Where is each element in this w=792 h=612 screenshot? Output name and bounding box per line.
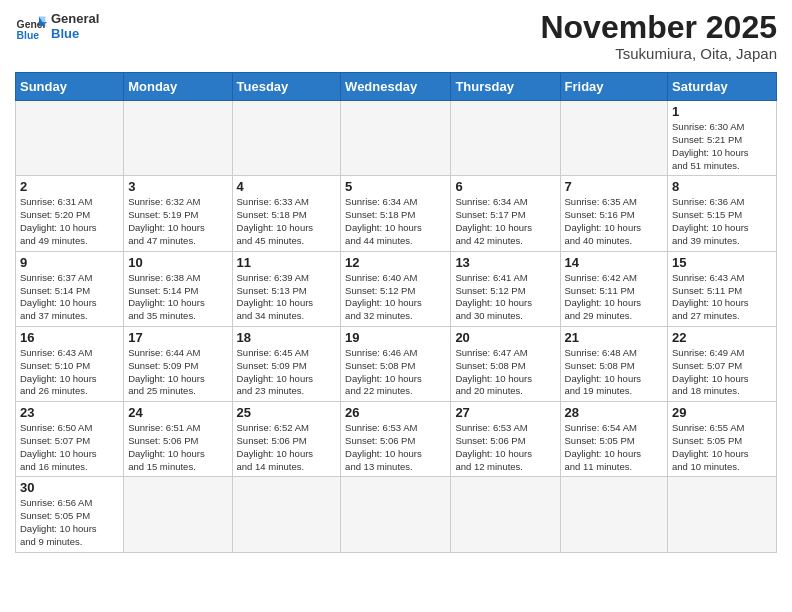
day-info: Sunrise: 6:54 AM Sunset: 5:05 PM Dayligh… [565, 422, 664, 473]
calendar-cell: 9Sunrise: 6:37 AM Sunset: 5:14 PM Daylig… [16, 251, 124, 326]
day-info: Sunrise: 6:43 AM Sunset: 5:11 PM Dayligh… [672, 272, 772, 323]
calendar-cell: 28Sunrise: 6:54 AM Sunset: 5:05 PM Dayli… [560, 402, 668, 477]
calendar-week-row: 1Sunrise: 6:30 AM Sunset: 5:21 PM Daylig… [16, 101, 777, 176]
day-number: 21 [565, 330, 664, 345]
day-number: 15 [672, 255, 772, 270]
day-info: Sunrise: 6:34 AM Sunset: 5:18 PM Dayligh… [345, 196, 446, 247]
day-info: Sunrise: 6:50 AM Sunset: 5:07 PM Dayligh… [20, 422, 119, 473]
day-number: 10 [128, 255, 227, 270]
logo-general-text: General [51, 11, 99, 26]
day-number: 28 [565, 405, 664, 420]
calendar-cell: 3Sunrise: 6:32 AM Sunset: 5:19 PM Daylig… [124, 176, 232, 251]
calendar-cell [451, 477, 560, 552]
day-info: Sunrise: 6:36 AM Sunset: 5:15 PM Dayligh… [672, 196, 772, 247]
day-info: Sunrise: 6:40 AM Sunset: 5:12 PM Dayligh… [345, 272, 446, 323]
calendar-table: SundayMondayTuesdayWednesdayThursdayFrid… [15, 72, 777, 553]
calendar-cell: 5Sunrise: 6:34 AM Sunset: 5:18 PM Daylig… [341, 176, 451, 251]
day-number: 14 [565, 255, 664, 270]
weekday-header-friday: Friday [560, 73, 668, 101]
day-info: Sunrise: 6:30 AM Sunset: 5:21 PM Dayligh… [672, 121, 772, 172]
calendar-cell [16, 101, 124, 176]
day-number: 22 [672, 330, 772, 345]
calendar-cell: 11Sunrise: 6:39 AM Sunset: 5:13 PM Dayli… [232, 251, 341, 326]
title-block: November 2025 Tsukumiura, Oita, Japan [540, 10, 777, 62]
calendar-cell [232, 101, 341, 176]
calendar-week-row: 23Sunrise: 6:50 AM Sunset: 5:07 PM Dayli… [16, 402, 777, 477]
weekday-header-row: SundayMondayTuesdayWednesdayThursdayFrid… [16, 73, 777, 101]
day-number: 9 [20, 255, 119, 270]
day-number: 24 [128, 405, 227, 420]
day-info: Sunrise: 6:47 AM Sunset: 5:08 PM Dayligh… [455, 347, 555, 398]
day-number: 16 [20, 330, 119, 345]
calendar-cell: 20Sunrise: 6:47 AM Sunset: 5:08 PM Dayli… [451, 326, 560, 401]
logo-icon: General Blue [15, 10, 47, 42]
svg-text:Blue: Blue [17, 30, 40, 41]
calendar-cell: 22Sunrise: 6:49 AM Sunset: 5:07 PM Dayli… [668, 326, 777, 401]
logo-blue-text: Blue [51, 26, 99, 41]
day-info: Sunrise: 6:39 AM Sunset: 5:13 PM Dayligh… [237, 272, 337, 323]
day-number: 6 [455, 179, 555, 194]
weekday-header-thursday: Thursday [451, 73, 560, 101]
calendar-cell [451, 101, 560, 176]
header: General Blue General Blue November 2025 … [15, 10, 777, 62]
calendar-cell: 25Sunrise: 6:52 AM Sunset: 5:06 PM Dayli… [232, 402, 341, 477]
day-number: 8 [672, 179, 772, 194]
day-number: 18 [237, 330, 337, 345]
day-info: Sunrise: 6:52 AM Sunset: 5:06 PM Dayligh… [237, 422, 337, 473]
day-number: 7 [565, 179, 664, 194]
day-number: 30 [20, 480, 119, 495]
day-info: Sunrise: 6:37 AM Sunset: 5:14 PM Dayligh… [20, 272, 119, 323]
calendar-cell: 10Sunrise: 6:38 AM Sunset: 5:14 PM Dayli… [124, 251, 232, 326]
calendar-cell: 7Sunrise: 6:35 AM Sunset: 5:16 PM Daylig… [560, 176, 668, 251]
day-number: 13 [455, 255, 555, 270]
logo: General Blue General Blue [15, 10, 99, 42]
weekday-header-tuesday: Tuesday [232, 73, 341, 101]
day-info: Sunrise: 6:48 AM Sunset: 5:08 PM Dayligh… [565, 347, 664, 398]
day-number: 11 [237, 255, 337, 270]
day-info: Sunrise: 6:38 AM Sunset: 5:14 PM Dayligh… [128, 272, 227, 323]
calendar-cell [341, 477, 451, 552]
calendar-cell: 19Sunrise: 6:46 AM Sunset: 5:08 PM Dayli… [341, 326, 451, 401]
day-info: Sunrise: 6:44 AM Sunset: 5:09 PM Dayligh… [128, 347, 227, 398]
calendar-cell: 24Sunrise: 6:51 AM Sunset: 5:06 PM Dayli… [124, 402, 232, 477]
day-info: Sunrise: 6:34 AM Sunset: 5:17 PM Dayligh… [455, 196, 555, 247]
day-number: 26 [345, 405, 446, 420]
calendar-cell [560, 101, 668, 176]
day-info: Sunrise: 6:56 AM Sunset: 5:05 PM Dayligh… [20, 497, 119, 548]
calendar-cell: 17Sunrise: 6:44 AM Sunset: 5:09 PM Dayli… [124, 326, 232, 401]
calendar-cell: 2Sunrise: 6:31 AM Sunset: 5:20 PM Daylig… [16, 176, 124, 251]
page: General Blue General Blue November 2025 … [0, 0, 792, 612]
day-info: Sunrise: 6:53 AM Sunset: 5:06 PM Dayligh… [345, 422, 446, 473]
day-info: Sunrise: 6:41 AM Sunset: 5:12 PM Dayligh… [455, 272, 555, 323]
calendar-cell: 30Sunrise: 6:56 AM Sunset: 5:05 PM Dayli… [16, 477, 124, 552]
day-info: Sunrise: 6:49 AM Sunset: 5:07 PM Dayligh… [672, 347, 772, 398]
day-number: 27 [455, 405, 555, 420]
calendar-cell: 27Sunrise: 6:53 AM Sunset: 5:06 PM Dayli… [451, 402, 560, 477]
calendar-cell: 8Sunrise: 6:36 AM Sunset: 5:15 PM Daylig… [668, 176, 777, 251]
day-number: 17 [128, 330, 227, 345]
calendar-cell [124, 101, 232, 176]
day-info: Sunrise: 6:33 AM Sunset: 5:18 PM Dayligh… [237, 196, 337, 247]
calendar-cell [668, 477, 777, 552]
calendar-week-row: 16Sunrise: 6:43 AM Sunset: 5:10 PM Dayli… [16, 326, 777, 401]
day-number: 4 [237, 179, 337, 194]
calendar-cell: 26Sunrise: 6:53 AM Sunset: 5:06 PM Dayli… [341, 402, 451, 477]
day-number: 19 [345, 330, 446, 345]
calendar-cell: 16Sunrise: 6:43 AM Sunset: 5:10 PM Dayli… [16, 326, 124, 401]
day-info: Sunrise: 6:31 AM Sunset: 5:20 PM Dayligh… [20, 196, 119, 247]
calendar-cell: 23Sunrise: 6:50 AM Sunset: 5:07 PM Dayli… [16, 402, 124, 477]
month-title: November 2025 [540, 10, 777, 45]
day-number: 29 [672, 405, 772, 420]
day-number: 5 [345, 179, 446, 194]
calendar-cell: 29Sunrise: 6:55 AM Sunset: 5:05 PM Dayli… [668, 402, 777, 477]
day-number: 1 [672, 104, 772, 119]
day-info: Sunrise: 6:32 AM Sunset: 5:19 PM Dayligh… [128, 196, 227, 247]
calendar-cell [341, 101, 451, 176]
day-info: Sunrise: 6:35 AM Sunset: 5:16 PM Dayligh… [565, 196, 664, 247]
calendar-week-row: 2Sunrise: 6:31 AM Sunset: 5:20 PM Daylig… [16, 176, 777, 251]
day-info: Sunrise: 6:55 AM Sunset: 5:05 PM Dayligh… [672, 422, 772, 473]
calendar-cell: 15Sunrise: 6:43 AM Sunset: 5:11 PM Dayli… [668, 251, 777, 326]
calendar-cell [232, 477, 341, 552]
day-info: Sunrise: 6:51 AM Sunset: 5:06 PM Dayligh… [128, 422, 227, 473]
weekday-header-monday: Monday [124, 73, 232, 101]
